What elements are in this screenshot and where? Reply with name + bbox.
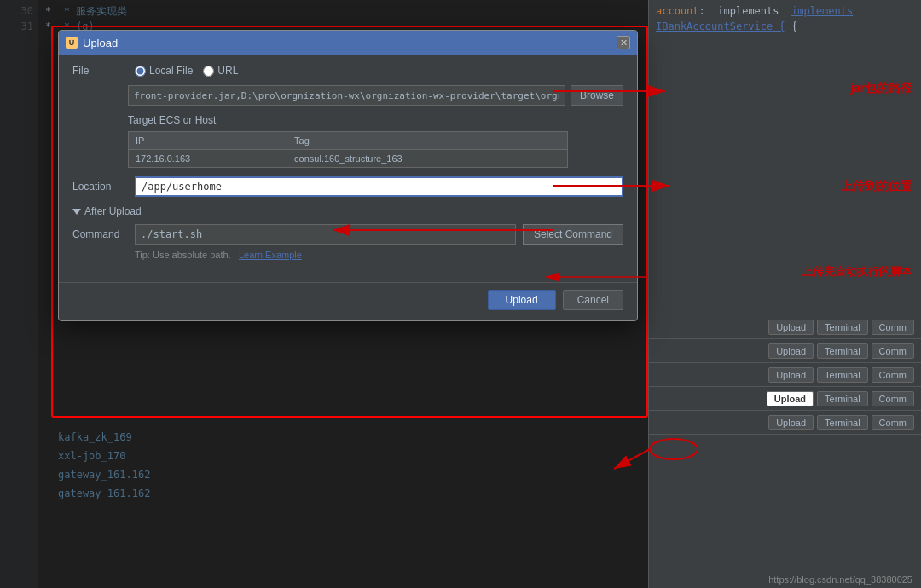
location-row: Location [72,176,623,197]
upload-dialog: U Upload ✕ File Local File URL Browse [58,30,638,321]
upload-submit-button[interactable]: Upload [488,290,556,310]
ecs-col-tag: Tag [287,132,568,150]
learn-example-link[interactable]: Learn Example [239,250,302,260]
file-type-radios: Local File URL [135,65,238,77]
triangle-down-icon [72,209,81,215]
terminal-btn-5[interactable]: Terminal [817,415,868,430]
upload-btn-5[interactable]: Upload [768,415,814,430]
file-type-row: File Local File URL [72,65,623,77]
url-bar: https://blog.csdn.net/qq_38380025 [768,574,912,585]
ecs-col-ip: IP [129,132,287,150]
comm-btn-4[interactable]: Comm [872,391,914,406]
command-input[interactable] [135,224,516,245]
browse-button[interactable]: Browse [571,85,623,106]
tip-text: Tip: Use absolute path. [135,250,231,260]
target-ecs-label: Target ECS or Host [128,114,623,126]
location-input[interactable] [135,176,623,197]
right-panel: account: implements implements IBankAcco… [648,0,921,588]
dialog-titlebar: U Upload ✕ [59,31,637,55]
file-label: File [72,65,128,77]
ecs-ip-cell: 172.16.0.163 [129,150,287,168]
url-label: URL [217,65,238,77]
dialog-footer: Upload Cancel [59,282,637,320]
terminal-btn-2[interactable]: Terminal [817,343,868,359]
ecs-table-row: 172.16.0.163 consul.160_structure_163 [129,150,568,168]
upload-btn-3[interactable]: Upload [768,367,814,383]
comm-btn-5[interactable]: Comm [872,415,914,430]
dialog-close-button[interactable]: ✕ [617,36,630,49]
upload-btn-1[interactable]: Upload [768,320,814,335]
tip-row: Tip: Use absolute path. Learn Example [135,250,623,260]
server-row-5: Upload Terminal Comm [649,411,921,435]
command-label: Command [72,228,128,240]
ecs-tag-cell: consul.160_structure_163 [287,150,568,168]
upload-dialog-icon: U [66,37,78,49]
local-file-radio[interactable] [135,66,146,77]
comm-btn-3[interactable]: Comm [872,367,914,383]
annotation-auto-execute: 上传完自动执行的脚本 [802,264,912,280]
upload-btn-4-active[interactable]: Upload [767,391,814,406]
after-upload-label: After Upload [84,205,142,217]
terminal-btn-1[interactable]: Terminal [817,320,868,335]
local-file-radio-label[interactable]: Local File [135,65,193,77]
right-code: account: implements implements IBankAcco… [649,0,921,37]
terminal-btn-3[interactable]: Terminal [817,367,868,383]
terminal-btn-4[interactable]: Terminal [817,391,868,406]
url-radio[interactable] [203,66,214,77]
command-row: Command Select Command [72,224,623,245]
server-row-3: Upload Terminal Comm [649,363,921,387]
ecs-table: IP Tag 172.16.0.163 consul.160_structure… [128,131,568,168]
upload-btn-2[interactable]: Upload [768,343,814,359]
server-button-area: Upload Terminal Comm Upload Terminal Com… [649,315,921,435]
after-upload-header[interactable]: After Upload [72,205,623,217]
location-label: Location [72,181,128,193]
server-row-4: Upload Terminal Comm [649,387,921,411]
dialog-title: Upload [83,37,118,49]
comm-btn-1[interactable]: Comm [872,320,914,335]
file-path-input[interactable] [128,85,565,106]
local-file-label: Local File [149,65,193,77]
annotation-jar-path: jar包的路径 [850,81,912,96]
server-row-2: Upload Terminal Comm [649,339,921,363]
file-path-row: Browse [72,85,623,106]
select-command-button[interactable]: Select Command [523,224,623,245]
dialog-titlebar-left: U Upload [66,37,118,49]
cancel-button[interactable]: Cancel [563,290,623,310]
comm-btn-2[interactable]: Comm [872,343,914,359]
url-radio-label[interactable]: URL [203,65,238,77]
annotation-upload-location: 上传到的位置 [841,179,912,194]
dialog-body: File Local File URL Browse Target ECS or… [59,55,637,282]
server-row-1: Upload Terminal Comm [649,315,921,339]
